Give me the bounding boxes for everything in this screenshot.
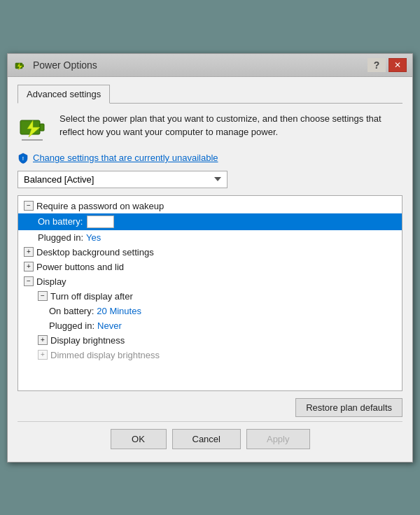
desktop-background-label: Desktop background settings bbox=[36, 247, 154, 258]
title-bar: Power Options ? ✕ bbox=[8, 54, 412, 77]
plan-dropdown-row: Balanced [Active] Power saver High perfo… bbox=[18, 171, 402, 188]
restore-plan-defaults-button[interactable]: Restore plan defaults bbox=[295, 398, 402, 417]
title-bar-controls: ? ✕ bbox=[368, 58, 407, 72]
expand-icon-desktop[interactable]: + bbox=[24, 247, 34, 257]
on-battery-display-label: On battery: bbox=[49, 306, 94, 316]
change-settings-link[interactable]: ! Change settings that are currently una… bbox=[18, 153, 402, 164]
tab-advanced-settings[interactable]: Advanced settings bbox=[18, 85, 110, 104]
apply-button[interactable]: Apply bbox=[246, 429, 310, 449]
cancel-button[interactable]: Cancel bbox=[172, 429, 241, 449]
dialog-window: Power Options ? ✕ Advanced settings Sele… bbox=[7, 53, 413, 463]
dialog-body: Advanced settings Select the power plan … bbox=[8, 77, 412, 462]
tree-item-require-password[interactable]: − Require a password on wakeup bbox=[18, 199, 402, 213]
tree-item-on-battery-password[interactable]: On battery: Yes ▾ bbox=[18, 213, 402, 230]
plugged-in-password-label: Plugged in: bbox=[38, 232, 83, 243]
tree-item-on-battery-display[interactable]: On battery: 20 Minutes bbox=[18, 304, 402, 318]
display-label: Display bbox=[36, 276, 66, 287]
tree-item-plugged-in-display[interactable]: Plugged in: Never bbox=[18, 318, 402, 333]
power-plan-dropdown[interactable]: Balanced [Active] Power saver High perfo… bbox=[18, 171, 227, 188]
power-buttons-label: Power buttons and lid bbox=[36, 262, 124, 272]
tree-item-display[interactable]: − Display bbox=[18, 274, 402, 289]
title-bar-title: Power Options bbox=[33, 59, 97, 71]
svg-rect-4 bbox=[40, 124, 44, 131]
ok-button[interactable]: OK bbox=[111, 429, 167, 449]
expand-icon-turn-off[interactable]: − bbox=[38, 291, 48, 301]
help-button[interactable]: ? bbox=[368, 58, 386, 72]
plugged-in-password-value: Yes bbox=[86, 232, 101, 243]
expand-icon-require[interactable]: − bbox=[24, 201, 34, 211]
expand-icon-dimmed[interactable]: + bbox=[38, 350, 48, 360]
settings-tree[interactable]: − Require a password on wakeup On batter… bbox=[18, 195, 402, 391]
info-section: Select the power plan that you want to c… bbox=[18, 112, 402, 146]
tree-item-power-buttons[interactable]: + Power buttons and lid bbox=[18, 260, 402, 274]
expand-icon-power-buttons[interactable]: + bbox=[24, 262, 34, 271]
on-battery-password-dropdown[interactable]: Yes ▾ bbox=[87, 216, 114, 228]
dimmed-brightness-label: Dimmed display brightness bbox=[50, 350, 160, 360]
display-brightness-label: Display brightness bbox=[50, 335, 125, 346]
on-battery-password-label: On battery: bbox=[38, 216, 83, 227]
shield-icon: ! bbox=[18, 153, 29, 164]
svg-rect-1 bbox=[22, 64, 24, 67]
info-text: Select the power plan that you want to c… bbox=[59, 112, 402, 139]
button-row: OK Cancel Apply bbox=[18, 421, 402, 453]
plugged-in-display-value: Never bbox=[97, 320, 122, 331]
expand-icon-display[interactable]: − bbox=[24, 276, 34, 286]
power-plan-icon bbox=[18, 112, 51, 146]
tree-item-dimmed-brightness[interactable]: + Dimmed display brightness bbox=[18, 348, 402, 362]
power-options-icon bbox=[13, 58, 27, 72]
close-button[interactable]: ✕ bbox=[388, 58, 407, 72]
tab-bar: Advanced settings bbox=[18, 84, 402, 104]
plugged-in-display-label: Plugged in: bbox=[49, 320, 94, 331]
on-battery-display-value: 20 Minutes bbox=[97, 306, 141, 316]
expand-icon-brightness[interactable]: + bbox=[38, 335, 48, 345]
tree-item-desktop-background[interactable]: + Desktop background settings bbox=[18, 245, 402, 260]
require-password-label: Require a password on wakeup bbox=[36, 201, 164, 211]
title-bar-left: Power Options bbox=[13, 58, 97, 72]
tree-item-turn-off-display[interactable]: − Turn off display after bbox=[18, 289, 402, 304]
restore-row: Restore plan defaults bbox=[18, 398, 402, 417]
tree-item-plugged-in-password[interactable]: Plugged in: Yes bbox=[18, 230, 402, 245]
tree-item-display-brightness[interactable]: + Display brightness bbox=[18, 333, 402, 348]
turn-off-display-label: Turn off display after bbox=[50, 291, 133, 302]
svg-text:!: ! bbox=[22, 156, 24, 161]
